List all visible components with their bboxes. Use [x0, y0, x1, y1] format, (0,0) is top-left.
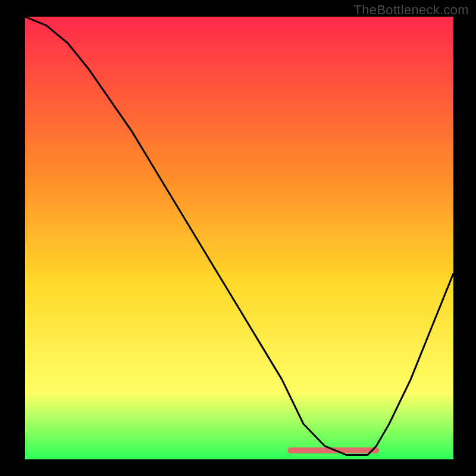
gradient-background	[25, 17, 453, 459]
bottleneck-chart	[25, 17, 453, 459]
watermark-text: TheBottleneck.com	[354, 2, 469, 18]
chart-frame: TheBottleneck.com	[0, 0, 476, 476]
plot-area	[25, 17, 453, 459]
